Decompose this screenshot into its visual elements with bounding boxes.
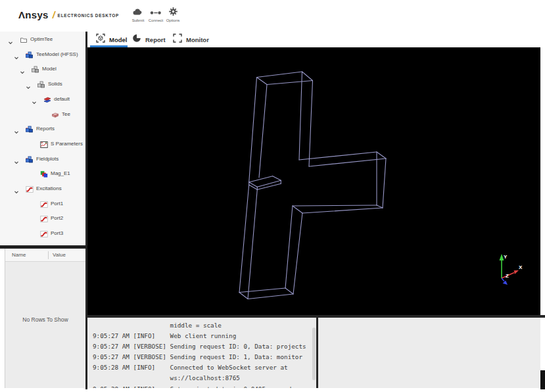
tree-item-fieldplots[interactable]: Fieldplots — [0, 151, 85, 166]
monitor-icon — [173, 34, 182, 45]
excitation-wave-icon — [26, 184, 34, 192]
tree-item-port2[interactable]: Port2 — [0, 210, 85, 225]
tree-item-label: Port1 — [51, 201, 63, 207]
tab-monitor[interactable]: Monitor — [173, 34, 209, 45]
tree-item-excitations[interactable]: Excitations — [0, 181, 85, 195]
logo-slash: / — [53, 10, 55, 20]
tree-item-label: S Parameters — [51, 141, 83, 147]
svg-text:Y: Y — [504, 254, 508, 260]
action-label: Submit — [130, 18, 147, 22]
tree-item-optimtee[interactable]: OptimTee — [0, 32, 85, 46]
hfss-icon — [26, 50, 34, 58]
model-icon — [96, 34, 105, 45]
chevron-down-icon[interactable] — [14, 51, 19, 57]
column-header-value[interactable]: Value — [53, 252, 66, 258]
logo-product-name: ELECTRONICS DESKTOP — [58, 13, 120, 18]
tree-item-label: default — [54, 96, 70, 102]
wireframe-scene: YXZ — [87, 47, 540, 316]
column-header-name[interactable]: Name — [12, 252, 26, 258]
tree-item-label: Tee — [62, 111, 70, 117]
action-label: Connect — [147, 18, 164, 22]
tree-item-teemodel-hfss-[interactable]: TeeModel (HFSS) — [0, 47, 85, 61]
svg-text:X: X — [519, 264, 523, 270]
chevron-down-icon[interactable] — [26, 81, 31, 86]
tree-item-label: Reports — [36, 126, 55, 132]
brick-icon — [51, 110, 59, 118]
tree-item-label: Excitations — [36, 185, 62, 191]
empty-grid-message: No Rows To Show — [5, 316, 85, 323]
excitation-wave-icon — [40, 229, 48, 237]
tree-item-partial[interactable] — [0, 241, 85, 245]
submit-button[interactable]: Submit — [130, 8, 147, 22]
cloud-icon — [132, 7, 144, 18]
tree-item-tee[interactable]: Tee — [0, 107, 85, 121]
tree-item-label: Solids — [48, 81, 62, 87]
tree-item-mag-e1[interactable]: Mag_E1 — [0, 166, 85, 180]
chevron-down-icon[interactable] — [8, 36, 13, 41]
tree-item-default[interactable]: default — [0, 91, 85, 106]
gear-icon — [169, 7, 178, 18]
tree-item-reports[interactable]: Reports — [0, 121, 85, 135]
chevron-down-icon[interactable] — [32, 96, 37, 101]
tree-item-label: Port3 — [51, 230, 63, 236]
chevron-down-icon[interactable] — [14, 156, 19, 161]
excitation-wave-icon — [40, 199, 48, 207]
tab-label: Monitor — [186, 36, 209, 43]
tree-item-label: Model — [42, 66, 57, 72]
properties-grid-header: Name Value — [5, 249, 85, 262]
tree-item-label: OptimTee — [30, 36, 53, 42]
tree-item-solids[interactable]: Solids — [0, 76, 85, 91]
tree-item-label: Mag_E1 — [51, 170, 70, 176]
tree-item-port3[interactable]: Port3 — [0, 226, 85, 240]
tab-label: Report — [145, 36, 166, 43]
message-console: middle = scale 9:05:27 AM [INFO] Web cli… — [87, 318, 316, 388]
hfss-icon — [26, 155, 34, 162]
bottom-right-panel — [318, 318, 540, 388]
solids-icon — [32, 64, 39, 72]
hfss-icon — [26, 124, 34, 132]
model-viewport-3d[interactable]: YXZ — [87, 47, 540, 316]
chevron-down-icon[interactable] — [14, 185, 19, 191]
chevron-down-icon[interactable] — [20, 66, 25, 71]
axis-triad: YXZ — [500, 254, 523, 285]
report-icon — [132, 34, 141, 45]
excitation-wave-icon — [40, 214, 48, 222]
tree-item-label: Port2 — [51, 215, 63, 221]
logo-brand: Λnsys — [18, 9, 49, 20]
connect-icon — [150, 7, 162, 18]
console-scrollbar-thumb[interactable] — [312, 328, 316, 380]
view-tabbar: ModelReportMonitor — [87, 32, 540, 47]
material-icon — [43, 95, 51, 103]
tab-model[interactable]: Model — [96, 34, 127, 45]
tab-report[interactable]: Report — [132, 34, 166, 45]
tree-item-port1[interactable]: Port1 — [0, 196, 85, 210]
options-button[interactable]: Options — [164, 8, 181, 22]
properties-grid: Name Value No Rows To Show — [5, 249, 85, 388]
connect-button[interactable]: Connect — [147, 8, 164, 22]
svg-text:Z: Z — [506, 273, 509, 279]
console-log-text: middle = scale 9:05:27 AM [INFO] Web cli… — [87, 318, 316, 388]
solids-icon — [37, 80, 45, 87]
tree-item-label: TeeModel (HFSS) — [36, 51, 78, 57]
project-tree: OptimTeeTeeModel (HFSS)ModelSolidsdefaul… — [0, 32, 85, 245]
tree-item-label: Fieldplots — [36, 156, 59, 162]
tab-label: Model — [109, 36, 127, 43]
ansys-logo: Λnsys/ELECTRONICS DESKTOP — [18, 9, 119, 22]
folder-icon — [20, 35, 28, 43]
sparam-chart-icon — [40, 139, 48, 147]
app-header: Λnsys/ELECTRONICS DESKTOP SubmitConnectO… — [0, 0, 545, 32]
tree-item-model[interactable]: Model — [0, 61, 85, 76]
tree-item-s-parameters[interactable]: S Parameters — [0, 136, 85, 151]
fieldplot-icon — [40, 169, 48, 177]
column-separator[interactable] — [48, 251, 49, 259]
action-label: Options — [164, 18, 181, 22]
chevron-down-icon[interactable] — [14, 126, 19, 131]
window-corner — [540, 370, 545, 389]
